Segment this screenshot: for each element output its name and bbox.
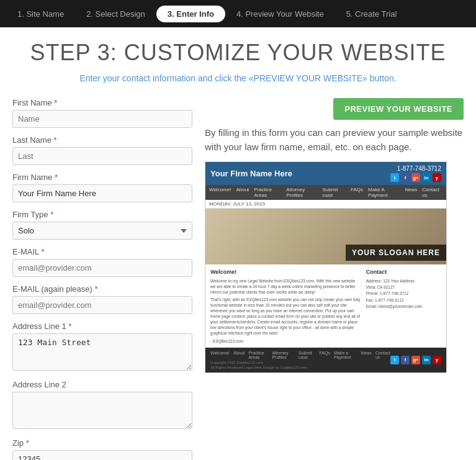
address1-field-group: Address Line 1 * 123 Main Street — [12, 322, 192, 372]
preview-header-left: Your Firm Name Here — [210, 169, 292, 178]
email-label: E-MAIL * — [12, 247, 192, 256]
google-plus-icon: g+ — [411, 173, 420, 182]
two-column-layout: First Name * Last Name * Firm Name * Fir… — [12, 98, 464, 460]
zip-input[interactable] — [12, 450, 192, 460]
firm-type-label: Firm Type * — [12, 210, 192, 219]
last-name-required: * — [54, 135, 57, 145]
twitter-icon: t — [390, 173, 399, 182]
first-name-label: First Name * — [12, 98, 192, 107]
address2-input[interactable] — [12, 392, 192, 429]
preview-nav-bar: Welcome! About Practice Areas Attorney P… — [205, 185, 446, 200]
footer-link-news: News — [361, 351, 372, 359]
address1-required: * — [68, 322, 71, 331]
first-name-required: * — [54, 98, 57, 107]
last-name-input[interactable] — [12, 147, 192, 165]
preview-welcome-text1: Welcome to my new Legal Website from ESQ… — [210, 278, 361, 295]
preview-phone: 1-877-748-3712 — [390, 165, 441, 172]
preview-footer-social: t f g+ in y — [390, 356, 441, 364]
firm-name-input[interactable] — [12, 184, 192, 202]
preview-body-content: Welcome! Welcome to my new Legal Website… — [205, 264, 446, 348]
last-name-label: Last Name * — [12, 135, 192, 145]
linkedin-icon: in — [422, 173, 431, 182]
preview-footer-left: Welcome! About Practice Areas Attorney P… — [210, 351, 390, 369]
preview-nav-submit: Submit case — [322, 187, 346, 198]
firm-type-required: * — [50, 210, 53, 219]
zip-field-group: Zip * — [12, 438, 192, 460]
firm-type-select[interactable]: Solo Partnership LLC Corporation — [12, 222, 192, 240]
preview-nav-faqs: FAQs — [351, 187, 363, 198]
preview-footer-links: Welcome! About Practice Areas Attorney P… — [210, 351, 390, 359]
firm-type-field-group: Firm Type * Solo Partnership LLC Corpora… — [12, 210, 192, 240]
firm-name-label: Firm Name * — [12, 173, 192, 182]
nav-enter-info[interactable]: 3. Enter Info — [156, 6, 225, 22]
zip-required: * — [26, 438, 29, 448]
footer-linkedin-icon: in — [422, 356, 431, 364]
preview-contact-title: Contact — [366, 268, 441, 276]
preview-date-bar: MONDAY, JULY 13, 2015 — [205, 200, 446, 209]
preview-contact-fax: Fax: 1-877-748-3112 — [366, 297, 441, 304]
email-again-input[interactable] — [12, 296, 192, 314]
address1-label: Address Line 1 * — [12, 322, 192, 331]
email-again-label: E-MAIL (again please) * — [12, 284, 192, 294]
email-required: * — [41, 247, 44, 256]
preview-nav-payment: Make A Payment — [368, 187, 400, 198]
page-subtitle: Enter your contact information and click… — [12, 73, 464, 83]
youtube-icon: y — [433, 173, 441, 182]
address2-field-group: Address Line 2 — [12, 380, 192, 431]
preview-website-button[interactable]: PREVIEW YOUR WEBSITE — [333, 98, 464, 120]
email-input[interactable] — [12, 259, 192, 277]
preview-contact-phone: Phone: 1-877-748-3712 — [366, 291, 441, 297]
nav-create-trial[interactable]: 5. Create Trial — [335, 9, 408, 19]
main-content: STEP 3: CUSTOMIZE YOUR WEBSITE Enter you… — [0, 27, 476, 460]
footer-twitter-icon: t — [390, 356, 399, 364]
subtitle-highlight: PREVIEW YOUR WEBSITE — [254, 73, 363, 83]
footer-google-icon: g+ — [411, 356, 420, 364]
footer-link-practice: Practice Areas — [248, 351, 268, 359]
preview-contact-section: Contact Address: 123 Your Address Vista,… — [366, 268, 441, 344]
first-name-input[interactable] — [12, 110, 192, 128]
facebook-icon: f — [401, 173, 410, 182]
email-field-group: E-MAIL * — [12, 247, 192, 277]
preview-nav-attorneys: Attorney Profiles — [286, 187, 317, 198]
page-title: STEP 3: CUSTOMIZE YOUR WEBSITE — [12, 40, 464, 66]
footer-youtube-icon: y — [433, 356, 441, 364]
first-name-field-group: First Name * — [12, 98, 192, 128]
preview-copyright2: All Rights Reserved Legal Web Design by … — [210, 366, 390, 369]
preview-welcome-sig: - ESQ8es123.com — [210, 338, 361, 344]
preview-nav-practice: Practice Areas — [254, 187, 281, 198]
subtitle-after: » button. — [362, 73, 397, 83]
footer-link-contact: Contact us — [375, 351, 390, 359]
footer-link-faqs: FAQs — [319, 351, 330, 359]
last-name-field-group: Last Name * — [12, 135, 192, 165]
preview-copyright: Copyright 2015 Esq8es123.com — [210, 361, 390, 364]
preview-firm-name: Your Firm Name Here — [210, 169, 292, 178]
subtitle-before: Enter your contact information and click… — [79, 73, 253, 83]
address1-input[interactable]: 123 Main Street — [12, 333, 192, 371]
preview-nav-welcome: Welcome! — [209, 187, 231, 198]
email-again-field-group: E-MAIL (again please) * — [12, 284, 192, 314]
website-preview-thumbnail: Your Firm Name Here 1-877-748-3712 t f g… — [205, 161, 447, 373]
address2-label: Address Line 2 — [12, 380, 192, 389]
preview-nav-about: About — [236, 187, 249, 198]
right-preview-column: PREVIEW YOUR WEBSITE By filling in this … — [205, 98, 464, 379]
preview-contact-city: Vista, CA 92127 — [366, 284, 441, 291]
footer-link-welcome: Welcome! — [210, 351, 230, 359]
footer-link-attorneys: Attorney Profiles — [272, 351, 295, 359]
footer-facebook-icon: f — [401, 356, 410, 364]
preview-contact-address: Address: 123 Your Address — [366, 278, 441, 284]
preview-header: Your Firm Name Here 1-877-748-3712 t f g… — [205, 162, 446, 185]
top-navigation: 1. Site Name 2. Select Design 3. Enter I… — [0, 0, 476, 27]
preview-description: By filling in this form you can can prev… — [205, 126, 464, 154]
preview-nav-contact: Contact us — [422, 187, 442, 198]
preview-footer: Welcome! About Practice Areas Attorney P… — [205, 348, 446, 372]
nav-preview-website[interactable]: 4. Preview Your Website — [225, 9, 335, 19]
footer-link-about: About — [233, 351, 245, 359]
nav-select-design[interactable]: 2. Select Design — [75, 9, 156, 19]
footer-link-submit: Submit case — [299, 351, 315, 359]
preview-welcome-text2: That's right, with an ESQ8es123.com webs… — [210, 297, 361, 336]
preview-header-right: 1-877-748-3712 t f g+ in y — [390, 165, 441, 182]
email-again-required: * — [94, 284, 97, 294]
nav-site-name[interactable]: 1. Site Name — [6, 9, 75, 19]
preview-hero-image: YOUR SLOGAN HERE — [205, 209, 446, 264]
zip-label: Zip * — [12, 438, 192, 448]
